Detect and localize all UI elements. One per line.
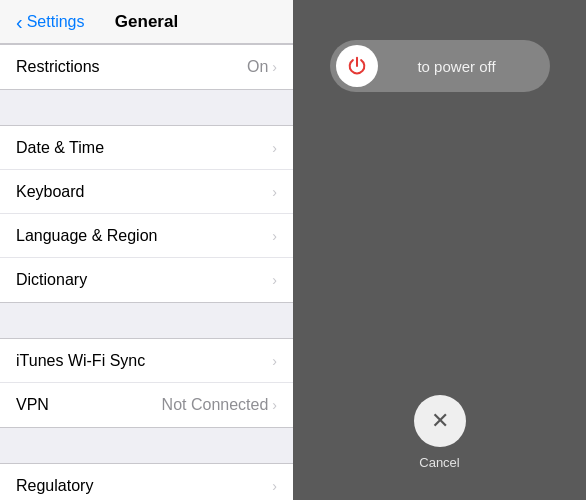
chevron-icon-date-time: ›	[272, 140, 277, 156]
cancel-section: ✕ Cancel	[414, 395, 466, 470]
power-slider[interactable]: to power off	[330, 40, 550, 92]
group-datetime: Date & Time › Keyboard › Language & Regi…	[0, 125, 293, 303]
row-language-region[interactable]: Language & Region ›	[0, 214, 293, 258]
row-label-dictionary: Dictionary	[16, 271, 87, 289]
row-label-vpn: VPN	[16, 396, 49, 414]
gap-2	[0, 303, 293, 338]
group-regulatory: Regulatory ›	[0, 463, 293, 500]
group-itunes: iTunes Wi-Fi Sync › VPN Not Connected ›	[0, 338, 293, 428]
slider-text: to power off	[378, 58, 544, 75]
power-overlay: to power off ✕ Cancel	[293, 0, 586, 500]
back-label: Settings	[27, 13, 85, 31]
chevron-icon-dictionary: ›	[272, 272, 277, 288]
back-chevron-icon: ‹	[16, 12, 23, 32]
cancel-x-icon: ✕	[431, 410, 449, 432]
row-keyboard[interactable]: Keyboard ›	[0, 170, 293, 214]
chevron-icon-restrictions: ›	[272, 59, 277, 75]
power-icon	[346, 55, 368, 77]
chevron-icon-itunes-wifi: ›	[272, 353, 277, 369]
row-label-language-region: Language & Region	[16, 227, 157, 245]
row-right-keyboard: ›	[272, 184, 277, 200]
settings-panel: ‹ Settings General Restrictions On › Dat…	[0, 0, 293, 500]
back-button[interactable]: ‹ Settings	[16, 12, 84, 32]
row-label-regulatory: Regulatory	[16, 477, 93, 495]
row-right-regulatory: ›	[272, 478, 277, 494]
page-title: General	[115, 12, 178, 32]
row-right-language-region: ›	[272, 228, 277, 244]
row-right-date-time: ›	[272, 140, 277, 156]
row-itunes-wifi[interactable]: iTunes Wi-Fi Sync ›	[0, 339, 293, 383]
power-knob	[336, 45, 378, 87]
group-restrictions: Restrictions On ›	[0, 44, 293, 90]
row-label-restrictions: Restrictions	[16, 58, 100, 76]
row-right-itunes-wifi: ›	[272, 353, 277, 369]
row-value-restrictions: On	[247, 58, 268, 76]
row-right-restrictions: On ›	[247, 58, 277, 76]
row-regulatory[interactable]: Regulatory ›	[0, 464, 293, 500]
row-date-time[interactable]: Date & Time ›	[0, 126, 293, 170]
nav-bar: ‹ Settings General	[0, 0, 293, 44]
row-right-dictionary: ›	[272, 272, 277, 288]
row-restrictions[interactable]: Restrictions On ›	[0, 45, 293, 89]
row-label-keyboard: Keyboard	[16, 183, 85, 201]
cancel-label: Cancel	[419, 455, 459, 470]
row-dictionary[interactable]: Dictionary ›	[0, 258, 293, 302]
chevron-icon-regulatory: ›	[272, 478, 277, 494]
chevron-icon-keyboard: ›	[272, 184, 277, 200]
settings-list: Restrictions On › Date & Time › Keyboard…	[0, 44, 293, 500]
gap-3	[0, 428, 293, 463]
gap-1	[0, 90, 293, 125]
row-right-vpn: Not Connected ›	[162, 396, 277, 414]
chevron-icon-language-region: ›	[272, 228, 277, 244]
row-label-date-time: Date & Time	[16, 139, 104, 157]
row-vpn[interactable]: VPN Not Connected ›	[0, 383, 293, 427]
chevron-icon-vpn: ›	[272, 397, 277, 413]
cancel-button[interactable]: ✕	[414, 395, 466, 447]
row-value-vpn: Not Connected	[162, 396, 269, 414]
row-label-itunes-wifi: iTunes Wi-Fi Sync	[16, 352, 145, 370]
